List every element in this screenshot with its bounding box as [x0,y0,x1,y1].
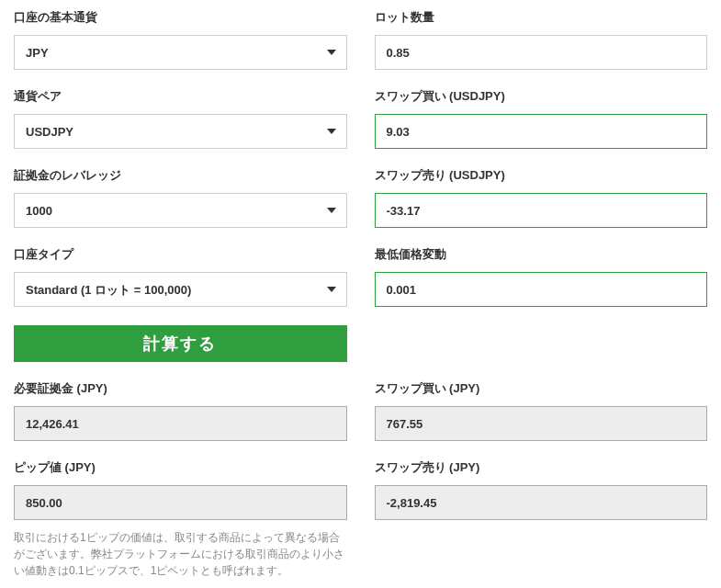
account-type-select[interactable]: Standard (1 ロット = 100,000) [14,272,347,307]
swap-sell-usdjpy-group: スワップ売り (USDJPY) -33.17 [375,167,708,228]
swap-buy-usdjpy-label: スワップ買い (USDJPY) [375,88,708,105]
leverage-select[interactable]: 1000 [14,193,347,228]
leverage-label: 証拠金のレバレッジ [14,167,347,184]
min-price-move-group: 最低価格変動 0.001 [375,246,708,307]
swap-buy-jpy-result: 767.55 [375,406,708,441]
lot-size-label: ロット数量 [375,9,708,26]
swap-buy-jpy-label: スワップ買い (JPY) [375,380,708,397]
currency-pair-label: 通貨ペア [14,88,347,105]
button-spacer [375,325,708,380]
lot-size-group: ロット数量 [375,9,708,70]
swap-buy-usdjpy-group: スワップ買い (USDJPY) 9.03 [375,88,708,149]
currency-pair-group: 通貨ペア USDJPY [14,88,347,149]
leverage-group: 証拠金のレバレッジ 1000 [14,167,347,228]
base-currency-select[interactable]: JPY [14,35,347,70]
pip-value-result: 850.00 [14,485,347,520]
account-type-label: 口座タイプ [14,246,347,263]
required-margin-result: 12,426.41 [14,406,347,441]
calculator-form: 口座の基本通貨 JPY 通貨ペア USDJPY 証拠金のレバレッジ 1000 [14,9,707,579]
lot-size-input[interactable] [375,35,708,70]
right-column: ロット数量 スワップ買い (USDJPY) 9.03 スワップ売り (USDJP… [375,9,708,579]
pip-note-text: 取引における1ピップの価値は、取引する商品によって異なる場合がございます。弊社プ… [14,529,347,579]
leverage-select-wrapper: 1000 [14,193,347,228]
swap-sell-usdjpy-label: スワップ売り (USDJPY) [375,167,708,184]
account-type-select-wrapper: Standard (1 ロット = 100,000) [14,272,347,307]
calculate-button[interactable]: 計算する [14,325,347,362]
base-currency-group: 口座の基本通貨 JPY [14,9,347,70]
left-column: 口座の基本通貨 JPY 通貨ペア USDJPY 証拠金のレバレッジ 1000 [14,9,347,579]
base-currency-select-wrapper: JPY [14,35,347,70]
swap-sell-jpy-label: スワップ売り (JPY) [375,459,708,476]
pip-value-group: ピップ値 (JPY) 850.00 [14,459,347,520]
swap-buy-jpy-group: スワップ買い (JPY) 767.55 [375,380,708,441]
required-margin-group: 必要証拠金 (JPY) 12,426.41 [14,380,347,441]
required-margin-label: 必要証拠金 (JPY) [14,380,347,397]
swap-sell-usdjpy-value: -33.17 [375,193,708,228]
swap-sell-jpy-result: -2,819.45 [375,485,708,520]
min-price-move-value: 0.001 [375,272,708,307]
pip-value-label: ピップ値 (JPY) [14,459,347,476]
swap-buy-usdjpy-value: 9.03 [375,114,708,149]
account-type-group: 口座タイプ Standard (1 ロット = 100,000) [14,246,347,307]
base-currency-label: 口座の基本通貨 [14,9,347,26]
currency-pair-select-wrapper: USDJPY [14,114,347,149]
min-price-move-label: 最低価格変動 [375,246,708,263]
currency-pair-select[interactable]: USDJPY [14,114,347,149]
swap-sell-jpy-group: スワップ売り (JPY) -2,819.45 [375,459,708,520]
